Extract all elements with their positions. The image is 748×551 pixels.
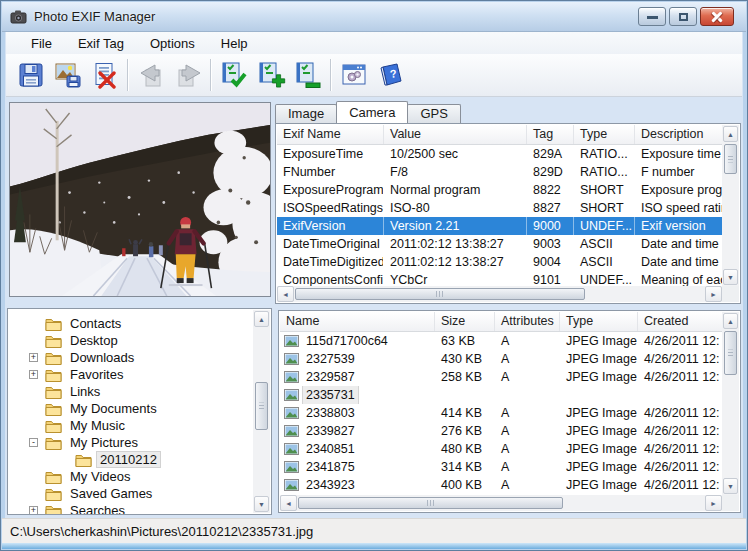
menu-item[interactable]: Exif Tag [67, 34, 135, 53]
expand-toggle-icon[interactable]: + [29, 370, 38, 379]
column-header-tag[interactable]: Tag [527, 125, 574, 144]
column-header-created[interactable]: Created [638, 312, 724, 331]
file-name-cell: 2339827 [280, 422, 435, 440]
column-header-attributes[interactable]: Attributes [495, 312, 560, 331]
scroll-up-button[interactable]: ▲ [723, 126, 738, 142]
scroll-right-button[interactable]: ► [705, 495, 722, 511]
tree-item[interactable]: + Downloads [9, 349, 253, 366]
app-window: Photo EXIF Manager File Exif Tag Options… [0, 0, 748, 551]
tree-item[interactable]: My Documents [9, 400, 253, 417]
file-size-cell: 276 KB [435, 422, 495, 440]
tree-item[interactable]: + Searches [9, 502, 253, 515]
scrollbar-thumb[interactable] [295, 288, 585, 300]
save-image-button[interactable] [49, 56, 86, 94]
previous-button[interactable] [132, 56, 169, 94]
file-list-row[interactable]: 2339827 276 KB A JPEG Image 4/26/2011 12… [280, 422, 724, 440]
tree-item-label: Favorites [67, 367, 126, 382]
file-horizontal-scrollbar[interactable]: ◄ ► [280, 495, 722, 511]
help-button[interactable]: ? [372, 56, 409, 94]
tree-item[interactable]: 20110212 [9, 451, 253, 468]
jpeg-file-icon [284, 479, 299, 491]
exif-table-row[interactable]: FNumber F/8 829D RATIO... F number [277, 163, 724, 181]
film-add-icon [256, 60, 286, 90]
delete-exif-list-button[interactable] [86, 56, 123, 94]
column-header-type[interactable]: Type [560, 312, 638, 331]
scroll-up-button[interactable]: ▲ [254, 311, 269, 327]
column-header-type[interactable]: Type [574, 125, 635, 144]
exif-table-row[interactable]: DateTimeDigitized 2011:02:12 13:38:27 90… [277, 253, 724, 271]
scroll-down-button[interactable]: ▼ [723, 269, 738, 285]
scroll-down-button[interactable]: ▼ [254, 496, 269, 512]
photo-preview[interactable] [10, 103, 270, 296]
tree-item[interactable]: Contacts [9, 315, 253, 332]
next-button[interactable] [169, 56, 206, 94]
column-header-size[interactable]: Size [435, 312, 495, 331]
tab[interactable]: GPS [407, 104, 460, 123]
exif-description-cell: Exposure progra [635, 181, 724, 199]
scrollbar-thumb[interactable] [724, 331, 737, 375]
scroll-left-button[interactable]: ◄ [280, 495, 297, 511]
expand-toggle-icon[interactable]: + [29, 353, 38, 362]
check-tags-button[interactable] [215, 56, 252, 94]
exif-table-row[interactable]: DateTimeOriginal 2011:02:12 13:38:27 900… [277, 235, 724, 253]
exif-type-cell: SHORT [574, 199, 635, 217]
tree-item[interactable]: - My Pictures [9, 434, 253, 451]
file-vertical-scrollbar[interactable]: ▲ ▼ [722, 312, 739, 495]
column-header-name[interactable]: Name [280, 312, 435, 331]
expand-toggle-icon[interactable]: - [29, 438, 38, 447]
column-header-description[interactable]: Description [635, 125, 724, 144]
file-list-row[interactable]: 2343923 400 KB A JPEG Image 4/26/2011 12… [280, 476, 724, 494]
file-list-row[interactable]: 2341875 314 KB A JPEG Image 4/26/2011 12… [280, 458, 724, 476]
remove-tag-button[interactable] [289, 56, 326, 94]
exif-value-cell: ISO-80 [384, 199, 527, 217]
scrollbar-thumb[interactable] [298, 497, 563, 509]
scroll-left-button[interactable]: ◄ [277, 286, 294, 302]
file-list-row[interactable]: 2338803 414 KB A JPEG Image 4/26/2011 12… [280, 404, 724, 422]
tree-vertical-scrollbar[interactable]: ▲ ▼ [253, 310, 270, 513]
file-type-cell: JPEG Image [560, 386, 638, 404]
scroll-down-button[interactable]: ▼ [723, 478, 738, 494]
expand-toggle-icon[interactable]: + [29, 506, 38, 515]
tree-item[interactable]: Saved Games [9, 485, 253, 502]
maximize-button[interactable] [669, 7, 697, 26]
menu-item[interactable]: Help [210, 34, 259, 53]
scroll-up-button[interactable]: ▲ [723, 313, 738, 329]
menu-item[interactable]: File [20, 34, 63, 53]
file-list-row[interactable]: 2327539 430 KB A JPEG Image 4/26/2011 12… [280, 350, 724, 368]
file-list-row[interactable]: 2340851 480 KB A JPEG Image 4/26/2011 12… [280, 440, 724, 458]
photo-preview-panel [9, 102, 271, 297]
column-header-value[interactable]: Value [384, 125, 527, 144]
options-button[interactable] [335, 56, 372, 94]
exif-table-row[interactable]: ISOSpeedRatings ISO-80 8827 SHORT ISO sp… [277, 199, 724, 217]
tree-item[interactable]: Desktop [9, 332, 253, 349]
scrollbar-thumb[interactable] [724, 144, 737, 174]
file-list-row[interactable]: 2335731 450 KB A JPEG Image 4/26/2011 12… [280, 386, 724, 404]
minimize-button[interactable] [638, 7, 666, 26]
exif-table-row[interactable]: ExposureProgram Normal program 8822 SHOR… [277, 181, 724, 199]
save-icon [17, 61, 45, 89]
scroll-right-button[interactable]: ► [705, 286, 722, 302]
menu-item[interactable]: Options [139, 34, 206, 53]
add-tag-button[interactable] [252, 56, 289, 94]
tree-item[interactable]: + Favorites [9, 366, 253, 383]
exif-table-row[interactable]: ExposureTime 10/2500 sec 829A RATIO... E… [277, 145, 724, 163]
close-button[interactable] [700, 7, 734, 26]
file-type-cell: JPEG Image [560, 440, 638, 458]
tree-item[interactable]: My Videos [9, 468, 253, 485]
exif-table-row[interactable]: ExifVersion Version 2.21 9000 UNDEF... E… [277, 217, 724, 235]
save-button[interactable] [12, 56, 49, 94]
tab[interactable]: Camera [336, 101, 408, 123]
tree-item-label: Searches [67, 503, 128, 515]
file-name-cell: 2340851 [280, 440, 435, 458]
file-created-cell: 4/26/2011 12: [638, 476, 724, 494]
tree-item[interactable]: My Music [9, 417, 253, 434]
exif-horizontal-scrollbar[interactable]: ◄ ► [277, 286, 722, 302]
tree-item[interactable]: Links [9, 383, 253, 400]
tab[interactable]: Image [275, 104, 337, 123]
file-list-row[interactable]: 115d71700c64 63 KB A JPEG Image 4/26/201… [280, 332, 724, 350]
scrollbar-thumb[interactable] [255, 382, 268, 430]
file-list-row[interactable]: 2329587 258 KB A JPEG Image 4/26/2011 12… [280, 368, 724, 386]
exif-vertical-scrollbar[interactable]: ▲ ▼ [722, 125, 739, 286]
title-bar[interactable]: Photo EXIF Manager [2, 2, 746, 32]
column-header-exif-name[interactable]: Exif Name [277, 125, 384, 144]
